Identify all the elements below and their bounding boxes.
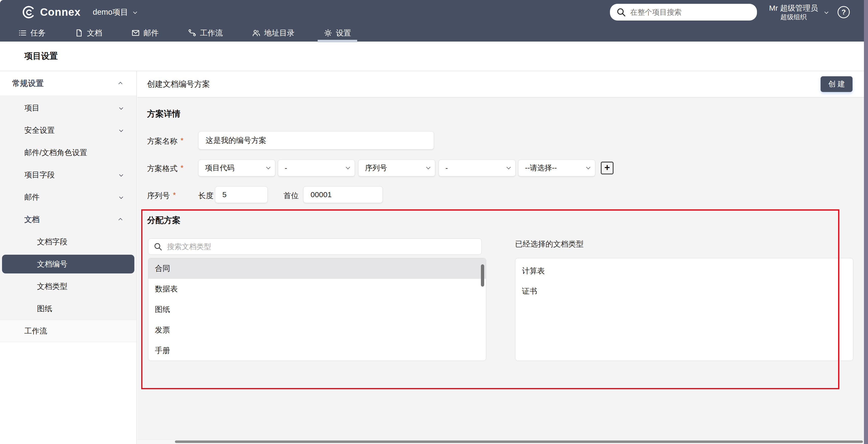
add-format-segment-button[interactable]: + <box>601 162 614 175</box>
select-value: - <box>285 164 287 172</box>
vertical-scrollbar[interactable] <box>864 0 868 444</box>
plus-icon: + <box>604 163 610 172</box>
sidebar-item-project-fields[interactable]: 项目字段 <box>0 164 136 186</box>
help-icon: ? <box>841 8 846 16</box>
section-heading-assign-scheme: 分配方案 <box>147 215 181 226</box>
sequence-label: 序列号 * <box>147 191 176 201</box>
nav-item-documents[interactable]: 文档 <box>75 27 102 38</box>
sidebar-item-document-fields[interactable]: 文档字段 <box>0 231 136 253</box>
sidebar-group-general-settings[interactable]: 常规设置 <box>0 71 136 96</box>
doc-type-item-drawing[interactable]: 图纸 <box>148 299 486 320</box>
global-search-input[interactable] <box>630 8 742 17</box>
selected-doc-item-certificate[interactable]: 证书 <box>516 281 853 301</box>
length-input[interactable] <box>215 186 268 203</box>
create-button[interactable]: 创 建 <box>820 76 852 92</box>
page-title-row: 项目设置 <box>0 41 864 71</box>
mail-icon <box>131 29 140 37</box>
main-nav: 任务 文档 邮件 工作流 地址目录 <box>0 24 864 41</box>
format-select-4[interactable]: - <box>439 160 516 177</box>
settings-sidebar: 常规设置 项目 安全设置 邮件/文档角色设置 项目字段 邮件 文档 文档字段 <box>0 71 137 444</box>
chevron-down-icon <box>825 10 829 14</box>
nav-label: 工作流 <box>200 28 223 38</box>
format-select-1[interactable]: 项目代码 <box>198 160 275 177</box>
select-value: - <box>445 164 448 172</box>
sidebar-item-label: 安全设置 <box>24 125 55 135</box>
nav-item-mail[interactable]: 邮件 <box>131 27 159 38</box>
user-org: 超级组织 <box>780 13 807 21</box>
user-menu[interactable]: Mr 超级管理员 超级组织 <box>769 3 828 21</box>
format-select-2[interactable]: - <box>278 160 355 177</box>
doc-type-item-contract[interactable]: 合同 <box>148 258 486 279</box>
chevron-down-icon <box>586 165 590 169</box>
doc-type-item-manual[interactable]: 手册 <box>148 340 486 361</box>
app-logo: Connex <box>22 6 81 19</box>
sidebar-item-label: 项目 <box>24 103 39 113</box>
selected-doc-type-list: 计算表 证书 <box>515 258 853 361</box>
required-asterisk: * <box>181 136 184 147</box>
content-body: 方案详情 方案名称 * 方案格式 * 项目代码 - 序列号 - --请选择-- <box>137 98 864 443</box>
sidebar-item-label: 项目字段 <box>24 170 55 180</box>
sidebar-item-project[interactable]: 项目 <box>0 97 136 119</box>
doc-type-item-invoice[interactable]: 发票 <box>148 320 486 340</box>
sidebar-item-label: 邮件/文档角色设置 <box>24 148 87 158</box>
doc-type-list: 合同 数据表 图纸 发票 手册 <box>148 258 486 361</box>
sidebar-item-documents[interactable]: 文档 <box>0 208 136 231</box>
scheme-name-input[interactable] <box>198 131 434 150</box>
sidebar-item-workflow[interactable]: 工作流 <box>0 320 136 342</box>
gear-icon <box>324 29 332 37</box>
list-scrollbar-track[interactable] <box>480 259 485 359</box>
global-search[interactable] <box>610 4 757 21</box>
scheme-format-label: 方案格式 * <box>147 163 184 174</box>
horizontal-scrollbar-track[interactable] <box>137 439 864 444</box>
selected-doc-item-calc-sheet[interactable]: 计算表 <box>516 261 853 281</box>
help-button[interactable]: ? <box>838 6 850 18</box>
chevron-down-icon <box>119 128 123 132</box>
project-switcher[interactable]: demo项目 <box>93 7 136 18</box>
nav-item-settings[interactable]: 设置 <box>324 27 351 38</box>
page-title: 项目设置 <box>24 51 58 62</box>
main-content: 创建文档编号方案 创 建 方案详情 方案名称 * 方案格式 * 项目代码 - 序… <box>137 71 864 444</box>
user-name: Mr 超级管理员 <box>769 3 818 13</box>
sidebar-item-document-types[interactable]: 文档类型 <box>0 275 136 297</box>
sidebar-item-mail-doc-roles[interactable]: 邮件/文档角色设置 <box>0 141 136 164</box>
people-icon <box>252 29 260 37</box>
first-number-label: 首位 <box>283 191 299 201</box>
chevron-up-icon <box>118 82 122 86</box>
document-icon <box>75 29 84 37</box>
sidebar-item-drawings[interactable]: 图纸 <box>0 297 136 320</box>
horizontal-scrollbar-thumb[interactable] <box>175 440 863 443</box>
nav-item-address-book[interactable]: 地址目录 <box>252 27 294 38</box>
format-select-3[interactable]: 序列号 <box>358 160 435 177</box>
nav-item-workflow[interactable]: 工作流 <box>188 27 223 38</box>
nav-label: 设置 <box>336 28 351 38</box>
doc-type-search[interactable] <box>148 239 482 255</box>
scheme-name-label: 方案名称 * <box>147 136 184 147</box>
field-label-text: 方案格式 <box>147 163 178 174</box>
content-title: 创建文档编号方案 <box>147 79 210 90</box>
project-name: demo项目 <box>93 7 128 18</box>
chevron-down-icon <box>426 165 430 169</box>
doc-type-search-input[interactable] <box>167 243 476 251</box>
sidebar-item-label: 邮件 <box>24 192 39 202</box>
select-value: 项目代码 <box>205 163 235 173</box>
sidebar-item-document-numbering[interactable]: 文档编号 <box>2 255 134 274</box>
select-value: --请选择-- <box>525 163 557 173</box>
chevron-down-icon <box>346 165 350 169</box>
search-icon <box>153 242 162 251</box>
chevron-down-icon <box>119 172 123 177</box>
list-scrollbar-thumb[interactable] <box>481 264 484 287</box>
sidebar-item-security[interactable]: 安全设置 <box>0 119 136 141</box>
sidebar-item-label: 文档字段 <box>37 237 67 247</box>
chevron-down-icon <box>506 165 511 169</box>
doc-type-item-datasheet[interactable]: 数据表 <box>148 279 486 299</box>
task-list-icon <box>18 29 27 37</box>
select-value: 序列号 <box>365 163 387 173</box>
sidebar-item-mail[interactable]: 邮件 <box>0 186 136 208</box>
format-select-5[interactable]: --请选择-- <box>518 160 595 177</box>
chevron-up-icon <box>118 218 122 222</box>
length-label: 长度 <box>198 191 213 201</box>
first-number-input[interactable] <box>303 186 383 203</box>
nav-item-tasks[interactable]: 任务 <box>18 27 45 38</box>
sidebar-item-label: 文档类型 <box>37 281 67 292</box>
nav-label: 文档 <box>87 28 102 38</box>
